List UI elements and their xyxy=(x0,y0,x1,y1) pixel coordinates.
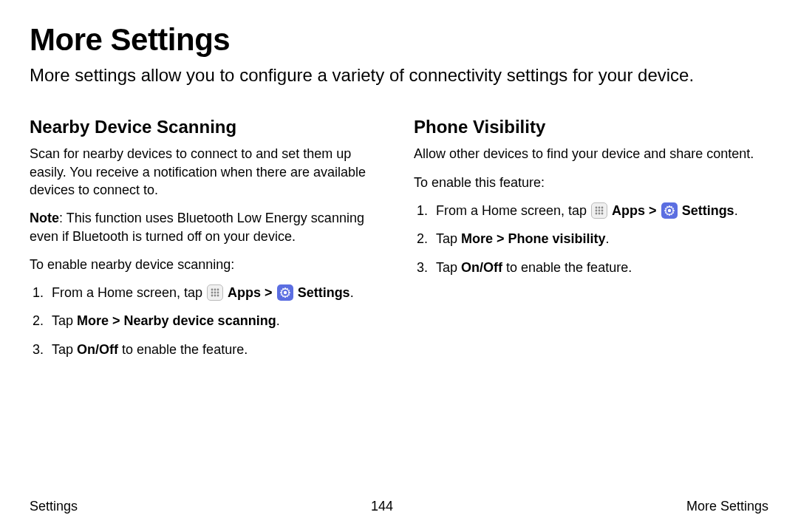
settings-icon xyxy=(277,284,293,301)
svg-point-10 xyxy=(596,207,598,209)
svg-point-5 xyxy=(217,292,219,294)
apps-icon xyxy=(207,284,223,301)
note-label: Note xyxy=(30,211,59,225)
step-suffix: to enable the feature. xyxy=(502,260,632,275)
section-heading-nearby: Nearby Device Scanning xyxy=(30,117,384,137)
svg-point-19 xyxy=(667,209,670,212)
visibility-description: Allow other devices to find your device … xyxy=(414,145,768,163)
step-text: Tap xyxy=(436,260,461,275)
page-title: More Settings xyxy=(30,22,768,58)
step-text: From a Home screen, tap xyxy=(436,203,590,218)
list-item: Tap On/Off to enable the feature. xyxy=(47,341,384,358)
nearby-description: Scan for nearby devices to connect to an… xyxy=(30,145,384,199)
svg-point-14 xyxy=(598,210,601,212)
svg-point-11 xyxy=(598,207,601,209)
note-text: : This function uses Bluetooth Low Energ… xyxy=(30,211,364,243)
svg-point-4 xyxy=(214,292,216,294)
svg-point-3 xyxy=(211,292,214,294)
separator: > xyxy=(261,285,276,300)
settings-label: Settings xyxy=(298,285,350,300)
list-item: From a Home screen, tap Apps > Settings. xyxy=(47,284,384,301)
visibility-lead: To enable this feature: xyxy=(414,174,768,191)
period: . xyxy=(606,231,610,246)
footer-left: Settings xyxy=(30,499,78,514)
period: . xyxy=(276,313,280,328)
svg-point-2 xyxy=(217,289,219,291)
list-item: Tap More > Nearby device scanning. xyxy=(47,312,384,330)
section-heading-visibility: Phone Visibility xyxy=(414,117,768,137)
step-bold: More > Nearby device scanning xyxy=(77,313,276,328)
step-suffix: to enable the feature. xyxy=(118,342,248,357)
step-bold: More > Phone visibility xyxy=(461,231,606,246)
footer-right: More Settings xyxy=(686,499,768,514)
list-item: Tap On/Off to enable the feature. xyxy=(432,259,768,276)
right-column: Phone Visibility Allow other devices to … xyxy=(414,117,768,369)
page-footer: Settings 144 More Settings xyxy=(30,499,768,514)
svg-point-6 xyxy=(211,295,214,297)
step-bold: On/Off xyxy=(77,342,118,357)
svg-point-17 xyxy=(598,213,601,215)
apps-label: Apps xyxy=(228,285,261,300)
settings-icon xyxy=(661,202,678,219)
settings-label: Settings xyxy=(682,203,734,218)
list-item: Tap More > Phone visibility. xyxy=(432,230,768,248)
svg-point-0 xyxy=(211,289,214,291)
left-column: Nearby Device Scanning Scan for nearby d… xyxy=(30,117,384,369)
step-text: Tap xyxy=(436,231,461,246)
svg-point-16 xyxy=(596,213,598,215)
separator: > xyxy=(645,203,661,218)
apps-label: Apps xyxy=(612,203,645,218)
svg-point-8 xyxy=(217,295,219,297)
footer-page-number: 144 xyxy=(371,499,393,514)
step-text: Tap xyxy=(52,342,77,357)
period: . xyxy=(734,203,738,218)
svg-point-12 xyxy=(601,207,604,209)
nearby-steps: From a Home screen, tap Apps > Settings.… xyxy=(30,284,384,358)
visibility-steps: From a Home screen, tap Apps > Settings.… xyxy=(414,202,768,276)
step-bold: On/Off xyxy=(461,260,502,275)
svg-point-18 xyxy=(601,213,604,215)
nearby-lead: To enable nearby device scanning: xyxy=(30,256,384,273)
list-item: From a Home screen, tap Apps > Settings. xyxy=(432,202,768,219)
step-text: Tap xyxy=(52,313,77,328)
step-text: From a Home screen, tap xyxy=(52,285,206,300)
svg-point-13 xyxy=(596,210,598,212)
period: . xyxy=(350,285,354,300)
svg-point-9 xyxy=(283,291,286,294)
content-columns: Nearby Device Scanning Scan for nearby d… xyxy=(30,117,768,369)
nearby-note: Note: This function uses Bluetooth Low E… xyxy=(30,209,384,245)
apps-icon xyxy=(591,202,607,219)
svg-point-7 xyxy=(214,295,216,297)
intro-text: More settings allow you to configure a v… xyxy=(30,64,739,87)
svg-point-15 xyxy=(601,210,604,212)
svg-point-1 xyxy=(214,289,216,291)
